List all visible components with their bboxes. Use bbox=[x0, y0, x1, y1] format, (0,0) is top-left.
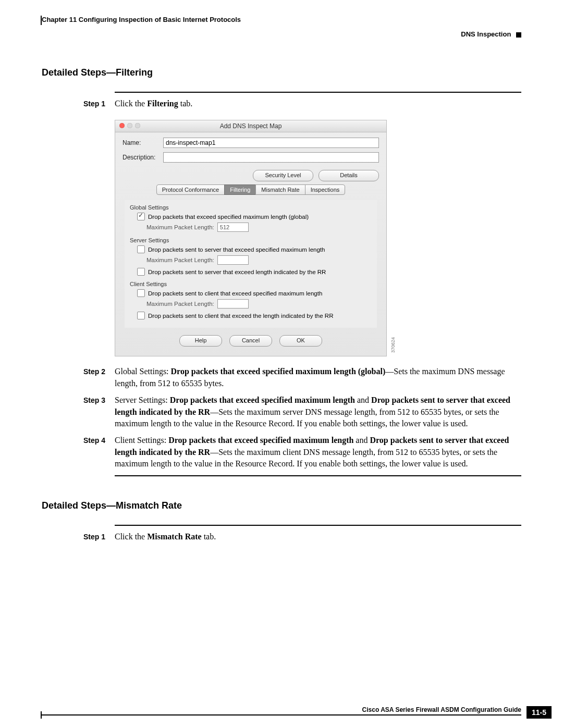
filtering-panel: Global Settings Drop packets that exceed… bbox=[125, 200, 377, 328]
tab-protocol-conformance[interactable]: Protocol Conformance bbox=[156, 184, 225, 195]
step-row-4: Step 4 Client Settings: Drop packets tha… bbox=[83, 435, 521, 470]
cancel-button[interactable]: Cancel bbox=[229, 335, 272, 347]
rule-3 bbox=[115, 525, 521, 526]
footer-rule bbox=[42, 714, 521, 715]
checkbox-global-drop-label: Drop packets that exceed specified maxim… bbox=[148, 214, 309, 220]
checkbox-client-drop-len-label: Drop packets sent to client that exceed … bbox=[148, 290, 322, 297]
mpl-server-label: Maximum Packet Length: bbox=[146, 257, 214, 263]
checkbox-client-drop-len[interactable] bbox=[137, 289, 145, 297]
step-row-2: Step 2 Global Settings: Drop packets tha… bbox=[83, 366, 521, 389]
step-1-body: Click the Filtering tab. bbox=[115, 98, 192, 109]
name-field-label: Name: bbox=[123, 139, 163, 146]
step-1-bold: Filtering bbox=[147, 99, 178, 108]
group-server-settings: Server Settings bbox=[130, 237, 372, 243]
security-level-button[interactable]: Security Level bbox=[253, 170, 313, 181]
step-1-post: tab. bbox=[178, 99, 193, 108]
step-2-label: Step 2 bbox=[83, 366, 115, 389]
step-3-label: Step 3 bbox=[83, 394, 115, 429]
close-icon[interactable] bbox=[119, 123, 125, 128]
rule-1 bbox=[115, 92, 521, 93]
checkbox-server-drop-len-label: Drop packets sent to server that exceed … bbox=[148, 246, 325, 253]
tab-mismatch-rate[interactable]: Mismatch Rate bbox=[255, 184, 305, 195]
step-4-mid1: and bbox=[353, 436, 370, 445]
section-header: DNS Inspection bbox=[461, 30, 521, 38]
description-input[interactable] bbox=[163, 152, 379, 163]
step-4-pre: Client Settings: bbox=[115, 436, 168, 445]
section-title-filtering: Detailed Steps—Filtering bbox=[42, 67, 521, 78]
step-2-pre: Global Settings: bbox=[115, 367, 171, 376]
mismatch-step-row-1: Step 1 Click the Mismatch Rate tab. bbox=[83, 531, 521, 542]
header-square-icon bbox=[516, 32, 521, 38]
mismatch-step-1-label: Step 1 bbox=[83, 531, 115, 542]
dialog-titlebar: Add DNS Inspect Map bbox=[115, 120, 386, 132]
figure-id: 370624 bbox=[390, 337, 396, 353]
section-header-text: DNS Inspection bbox=[461, 30, 511, 38]
tab-inspections[interactable]: Inspections bbox=[305, 184, 346, 195]
dialog-add-dns-inspect-map: Add DNS Inspect Map Name: dns-inspect-ma… bbox=[115, 120, 387, 356]
section-title-mismatch: Detailed Steps—Mismatch Rate bbox=[42, 500, 521, 511]
checkbox-client-drop-rr[interactable] bbox=[137, 312, 145, 319]
step-1-pre: Click the bbox=[115, 99, 147, 108]
header-left-mark bbox=[41, 16, 42, 25]
mpl-global-input[interactable]: 512 bbox=[217, 223, 249, 232]
mismatch-step-1-bold: Mismatch Rate bbox=[147, 532, 201, 541]
mismatch-step-1-body: Click the Mismatch Rate tab. bbox=[115, 531, 216, 542]
step-4-label: Step 4 bbox=[83, 435, 115, 470]
chapter-header: Chapter 11 Configuring Inspection of Bas… bbox=[42, 16, 521, 23]
step-3-mid1: and bbox=[355, 396, 371, 404]
mpl-client-label: Maximum Packet Length: bbox=[146, 301, 214, 307]
window-controls bbox=[119, 123, 140, 128]
tab-filtering[interactable]: Filtering bbox=[224, 184, 256, 195]
step-4-body: Client Settings: Drop packets that excee… bbox=[115, 435, 521, 470]
name-input[interactable]: dns-inspect-map1 bbox=[163, 138, 379, 148]
footer-guide-title: Cisco ASA Series Firewall ASDM Configura… bbox=[42, 706, 521, 713]
step-3-b1: Drop packets that exceed specified maxim… bbox=[170, 396, 355, 404]
minimize-icon[interactable] bbox=[127, 123, 132, 128]
page-footer: Cisco ASA Series Firewall ASDM Configura… bbox=[42, 706, 521, 715]
mpl-global-label: Maximum Packet Length: bbox=[146, 224, 214, 230]
description-field-label: Description: bbox=[123, 154, 163, 161]
step-4-b1: Drop packets that exceed specified maxim… bbox=[168, 436, 353, 445]
checkbox-server-drop-rr[interactable] bbox=[137, 268, 145, 276]
step-3-pre: Server Settings: bbox=[115, 396, 170, 404]
step-row-3: Step 3 Server Settings: Drop packets tha… bbox=[83, 394, 521, 429]
step-row-1: Step 1 Click the Filtering tab. bbox=[83, 98, 521, 109]
dialog-title: Add DNS Inspect Map bbox=[220, 122, 282, 130]
checkbox-global-drop[interactable] bbox=[137, 213, 145, 220]
ok-button[interactable]: OK bbox=[279, 335, 322, 347]
rule-2 bbox=[115, 475, 521, 476]
step-3-body: Server Settings: Drop packets that excee… bbox=[115, 394, 521, 429]
mismatch-step-1-post: tab. bbox=[202, 532, 216, 541]
group-client-settings: Client Settings bbox=[130, 281, 372, 287]
checkbox-server-drop-rr-label: Drop packets sent to server that exceed … bbox=[148, 269, 326, 275]
mismatch-step-1-pre: Click the bbox=[115, 532, 147, 541]
help-button[interactable]: Help bbox=[179, 335, 222, 347]
step-2-body: Global Settings: Drop packets that excee… bbox=[115, 366, 521, 389]
page-number: 11-5 bbox=[527, 706, 552, 719]
step-1-label: Step 1 bbox=[83, 98, 115, 109]
checkbox-server-drop-len[interactable] bbox=[137, 245, 145, 253]
group-global-settings: Global Settings bbox=[130, 204, 372, 211]
checkbox-client-drop-rr-label: Drop packets sent to client that exceed … bbox=[148, 313, 333, 319]
details-button[interactable]: Details bbox=[319, 170, 379, 181]
step-2-bold: Drop packets that exceed specified maxim… bbox=[171, 367, 386, 376]
tab-bar: Protocol Conformance Filtering Mismatch … bbox=[123, 184, 379, 195]
zoom-icon[interactable] bbox=[135, 123, 140, 128]
mpl-server-input[interactable] bbox=[217, 255, 249, 265]
mpl-client-input[interactable] bbox=[217, 299, 249, 309]
